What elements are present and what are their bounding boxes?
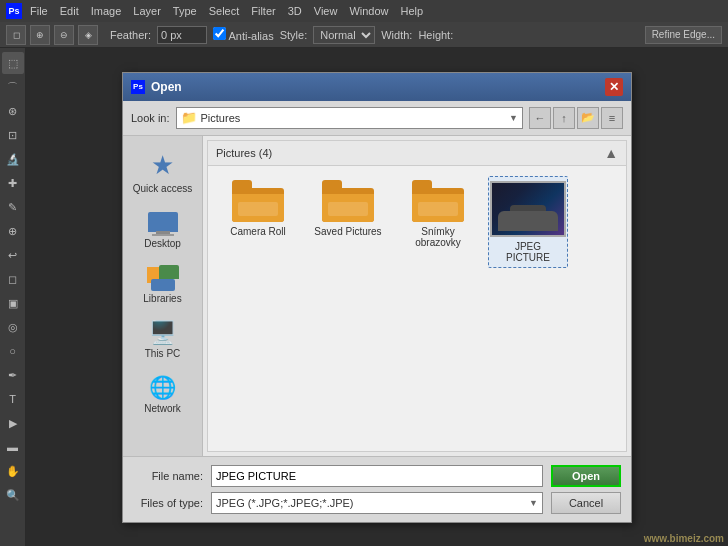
view-menu-button[interactable]: ≡ xyxy=(601,107,623,129)
look-in-text: Pictures xyxy=(201,112,506,124)
dialog-title: Open xyxy=(151,80,599,94)
nav-network-label: Network xyxy=(144,403,181,414)
filetype-label: Files of type: xyxy=(133,497,203,509)
file-browser: Pictures (4) ▲ xyxy=(207,140,627,452)
menu-window[interactable]: Window xyxy=(349,5,388,17)
tool-spot-heal[interactable]: ✚ xyxy=(2,172,24,194)
feather-label: Feather: xyxy=(110,29,151,41)
menu-layer[interactable]: Layer xyxy=(133,5,161,17)
nav-up-button[interactable]: ↑ xyxy=(553,107,575,129)
toolbar-btn-3[interactable]: ⊖ xyxy=(54,25,74,45)
tool-clone[interactable]: ⊕ xyxy=(2,220,24,242)
tool-path-select[interactable]: ▶ xyxy=(2,412,24,434)
width-label: Width: xyxy=(381,29,412,41)
dialog-ps-logo: Ps xyxy=(131,80,145,94)
thispc-icon: 🖥️ xyxy=(149,320,176,346)
menu-file[interactable]: File xyxy=(30,5,48,17)
look-in-label: Look in: xyxy=(131,112,170,124)
menu-edit[interactable]: Edit xyxy=(60,5,79,17)
menu-3d[interactable]: 3D xyxy=(288,5,302,17)
look-in-dropdown[interactable]: 📁 Pictures ▼ xyxy=(176,107,523,129)
nav-desktop[interactable]: Desktop xyxy=(128,206,198,253)
file-jpeg-thumbnail xyxy=(490,181,566,237)
ps-logo: Ps xyxy=(6,3,22,19)
filename-label: File name: xyxy=(133,470,203,482)
cancel-button[interactable]: Cancel xyxy=(551,492,621,514)
folder-saved-pictures[interactable]: Saved Pictures xyxy=(308,176,388,268)
tool-magic-wand[interactable]: ⊛ xyxy=(2,100,24,122)
tool-marquee[interactable]: ⬚ xyxy=(2,52,24,74)
tools-panel: ⬚ ⌒ ⊛ ⊡ 🔬 ✚ ✎ ⊕ ↩ ◻ ▣ ◎ ○ ✒ T ▶ ▬ ✋ 🔍 xyxy=(0,48,26,546)
thumbnail-image xyxy=(492,183,564,235)
open-dialog: Ps Open ✕ Look in: 📁 Pictures ▼ ← ↑ xyxy=(122,72,632,523)
canvas-area: Ps Open ✕ Look in: 📁 Pictures ▼ ← ↑ xyxy=(26,48,728,546)
toolbar-btn-4[interactable]: ◈ xyxy=(78,25,98,45)
folder-snimky[interactable]: Snímky obrazovky xyxy=(398,176,478,268)
tool-pen[interactable]: ✒ xyxy=(2,364,24,386)
nav-libraries-label: Libraries xyxy=(143,293,181,304)
toolbar-btn-1[interactable]: ◻ xyxy=(6,25,26,45)
file-browser-header: Pictures (4) ▲ xyxy=(208,141,626,166)
folder-camera-roll-icon xyxy=(232,180,284,222)
tool-history-brush[interactable]: ↩ xyxy=(2,244,24,266)
antialias-label: Anti-alias xyxy=(213,27,274,42)
options-bar: ◻ ⊕ ⊖ ◈ Feather: Anti-alias Style: Norma… xyxy=(0,22,728,48)
style-dropdown[interactable]: Normal xyxy=(313,26,375,44)
network-icon: 🌐 xyxy=(149,375,176,401)
folder-saved-pictures-icon xyxy=(322,180,374,222)
file-jpeg-label: JPEG PICTURE xyxy=(493,241,563,263)
menu-image[interactable]: Image xyxy=(91,5,122,17)
tool-gradient[interactable]: ▣ xyxy=(2,292,24,314)
tool-zoom[interactable]: 🔍 xyxy=(2,484,24,506)
menu-help[interactable]: Help xyxy=(401,5,424,17)
nav-quick-access[interactable]: ★ Quick access xyxy=(128,146,198,198)
folder-camera-roll[interactable]: Camera Roll xyxy=(218,176,298,268)
open-button[interactable]: Open xyxy=(551,465,621,487)
tool-dodge[interactable]: ○ xyxy=(2,340,24,362)
nav-back-button[interactable]: ← xyxy=(529,107,551,129)
antialias-checkbox[interactable] xyxy=(213,27,226,40)
folder-snimky-icon xyxy=(412,180,464,222)
style-label: Style: xyxy=(280,29,308,41)
feather-input[interactable] xyxy=(157,26,207,44)
filename-input[interactable] xyxy=(211,465,543,487)
menu-select[interactable]: Select xyxy=(209,5,240,17)
tool-eraser[interactable]: ◻ xyxy=(2,268,24,290)
refine-edge-button[interactable]: Refine Edge... xyxy=(645,26,722,44)
create-folder-button[interactable]: 📂 xyxy=(577,107,599,129)
menu-filter[interactable]: Filter xyxy=(251,5,275,17)
sort-icon[interactable]: ▲ xyxy=(604,145,618,161)
nav-quick-access-label: Quick access xyxy=(133,183,192,194)
tool-blur[interactable]: ◎ xyxy=(2,316,24,338)
height-label: Height: xyxy=(418,29,453,41)
tool-hand[interactable]: ✋ xyxy=(2,460,24,482)
nav-network[interactable]: 🌐 Network xyxy=(128,371,198,418)
look-in-row: Look in: 📁 Pictures ▼ ← ↑ 📂 ≡ xyxy=(123,101,631,136)
filename-row: File name: Open xyxy=(133,465,621,487)
tool-brush[interactable]: ✎ xyxy=(2,196,24,218)
quick-access-icon: ★ xyxy=(151,150,174,181)
tool-shape[interactable]: ▬ xyxy=(2,436,24,458)
folder-snimky-label: Snímky obrazovky xyxy=(402,226,474,248)
dialog-close-button[interactable]: ✕ xyxy=(605,78,623,96)
folder-saved-pictures-label: Saved Pictures xyxy=(314,226,381,237)
menu-bar: File Edit Image Layer Type Select Filter… xyxy=(30,5,423,17)
menu-view[interactable]: View xyxy=(314,5,338,17)
menu-type[interactable]: Type xyxy=(173,5,197,17)
dialog-titlebar: Ps Open ✕ xyxy=(123,73,631,101)
toolbar-btn-2[interactable]: ⊕ xyxy=(30,25,50,45)
filetype-dropdown[interactable]: JPEG (*.JPG;*.JPEG;*.JPE) ▼ xyxy=(211,492,543,514)
desktop-icon xyxy=(148,210,178,236)
nav-libraries[interactable]: Libraries xyxy=(128,261,198,308)
nav-this-pc[interactable]: 🖥️ This PC xyxy=(128,316,198,363)
tool-text[interactable]: T xyxy=(2,388,24,410)
tool-crop[interactable]: ⊡ xyxy=(2,124,24,146)
file-jpeg-picture[interactable]: JPEG PICTURE xyxy=(488,176,568,268)
filetype-dropdown-arrow-icon: ▼ xyxy=(529,498,538,508)
nav-desktop-label: Desktop xyxy=(144,238,181,249)
tool-eyedropper[interactable]: 🔬 xyxy=(2,148,24,170)
ps-titlebar: Ps File Edit Image Layer Type Select Fil… xyxy=(0,0,728,22)
tool-lasso[interactable]: ⌒ xyxy=(2,76,24,98)
libraries-icon xyxy=(147,265,179,291)
look-in-buttons: ← ↑ 📂 ≡ xyxy=(529,107,623,129)
